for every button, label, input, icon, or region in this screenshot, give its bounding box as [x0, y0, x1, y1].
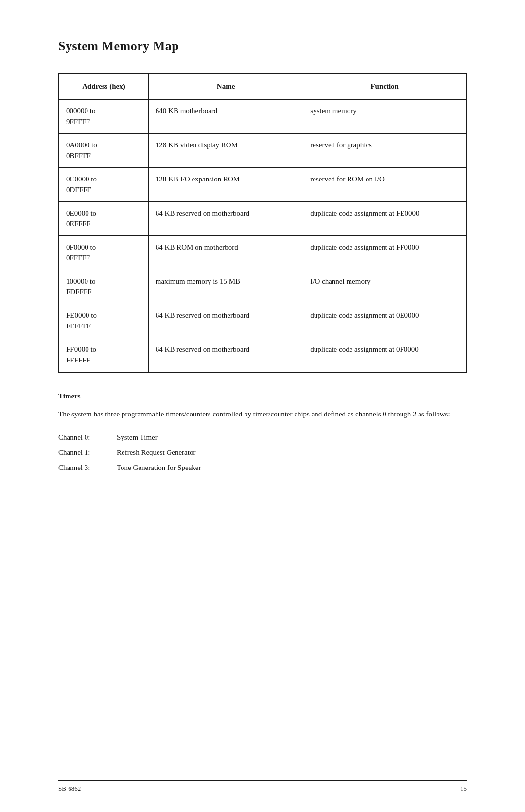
channel-value: Refresh Request Generator — [117, 447, 467, 459]
channel-value: System Timer — [117, 432, 467, 444]
header-function: Function — [303, 73, 466, 99]
cell-address: 100000 toFDFFFF — [59, 270, 148, 304]
cell-name: maximum memory is 15 MB — [148, 270, 303, 304]
cell-name: 128 KB video display ROM — [148, 133, 303, 167]
cell-address: 0A0000 to0BFFFF — [59, 133, 148, 167]
table-row: FE0000 toFEFFFF64 KB reserved on motherb… — [59, 304, 466, 338]
cell-name: 64 KB reserved on motherboard — [148, 304, 303, 338]
channel-label: Channel 0: — [58, 432, 117, 444]
cell-function: reserved for ROM on I/O — [303, 167, 466, 201]
timers-section: Timers The system has three programmable… — [58, 392, 467, 474]
memory-map-table: Address (hex) Name Function 000000 to9FF… — [58, 73, 467, 373]
footer-left: SB-6862 — [58, 785, 81, 793]
cell-name: 64 KB reserved on motherboard — [148, 201, 303, 235]
cell-address: 000000 to9FFFFF — [59, 99, 148, 134]
table-row: 100000 toFDFFFFmaximum memory is 15 MBI/… — [59, 270, 466, 304]
cell-function: I/O channel memory — [303, 270, 466, 304]
table-header-row: Address (hex) Name Function — [59, 73, 466, 99]
cell-function: duplicate code assignment at FE0000 — [303, 201, 466, 235]
channel-label: Channel 3: — [58, 462, 117, 474]
cell-name: 64 KB reserved on motherboard — [148, 338, 303, 372]
table-row: 0F0000 to0FFFFF64 KB ROM on motherborddu… — [59, 235, 466, 270]
cell-function: reserved for graphics — [303, 133, 466, 167]
table-row: 000000 to9FFFFF640 KB motherboardsystem … — [59, 99, 466, 134]
cell-address: FF0000 toFFFFFF — [59, 338, 148, 372]
table-row: 0A0000 to0BFFFF128 KB video display ROMr… — [59, 133, 466, 167]
cell-name: 640 KB motherboard — [148, 99, 303, 134]
channel-value: Tone Generation for Speaker — [117, 462, 467, 474]
cell-function: system memory — [303, 99, 466, 134]
table-row: 0C0000 to0DFFFF128 KB I/O expansion ROMr… — [59, 167, 466, 201]
cell-function: duplicate code assignment at 0E0000 — [303, 304, 466, 338]
cell-address: FE0000 toFEFFFF — [59, 304, 148, 338]
cell-function: duplicate code assignment at 0F0000 — [303, 338, 466, 372]
table-row: FF0000 toFFFFFF64 KB reserved on motherb… — [59, 338, 466, 372]
channels-list: Channel 0:System TimerChannel 1:Refresh … — [58, 432, 467, 473]
cell-function: duplicate code assignment at FF0000 — [303, 235, 466, 270]
page-title: System Memory Map — [58, 39, 467, 54]
header-name: Name — [148, 73, 303, 99]
table-row: 0E0000 to0EFFFF64 KB reserved on motherb… — [59, 201, 466, 235]
timers-title: Timers — [58, 392, 467, 400]
footer-right: 15 — [460, 785, 467, 793]
cell-name: 128 KB I/O expansion ROM — [148, 167, 303, 201]
cell-name: 64 KB ROM on motherbord — [148, 235, 303, 270]
cell-address: 0F0000 to0FFFFF — [59, 235, 148, 270]
header-address: Address (hex) — [59, 73, 148, 99]
cell-address: 0C0000 to0DFFFF — [59, 167, 148, 201]
timers-description: The system has three programmable timers… — [58, 408, 467, 420]
page-footer: SB-6862 15 — [58, 780, 467, 793]
cell-address: 0E0000 to0EFFFF — [59, 201, 148, 235]
channel-label: Channel 1: — [58, 447, 117, 459]
